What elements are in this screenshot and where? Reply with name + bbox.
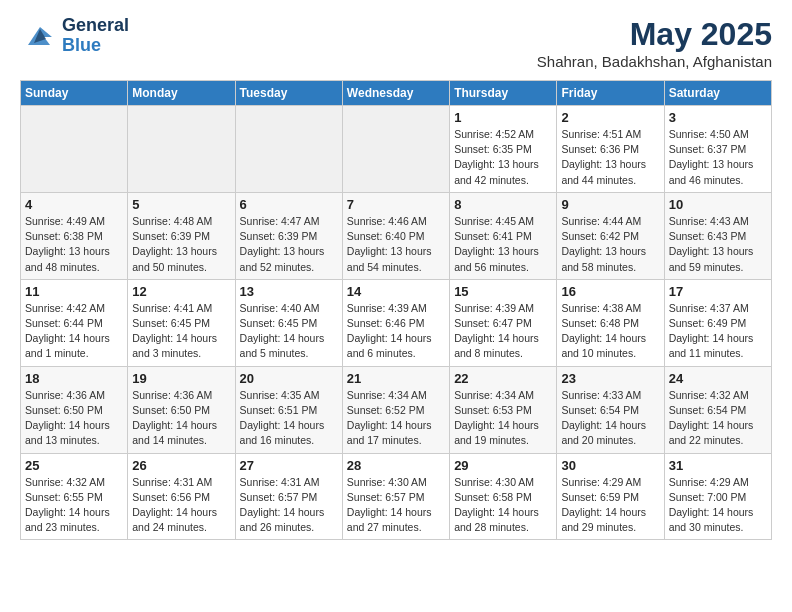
logo-general-text: General	[62, 16, 129, 36]
day-info: Sunrise: 4:30 AM Sunset: 6:57 PM Dayligh…	[347, 475, 445, 536]
calendar-cell: 29Sunrise: 4:30 AM Sunset: 6:58 PM Dayli…	[450, 453, 557, 540]
calendar-cell: 19Sunrise: 4:36 AM Sunset: 6:50 PM Dayli…	[128, 366, 235, 453]
logo-text-block: General Blue	[62, 16, 129, 56]
calendar-cell	[235, 106, 342, 193]
logo-blue-text: Blue	[62, 36, 129, 56]
day-number: 26	[132, 458, 230, 473]
day-info: Sunrise: 4:42 AM Sunset: 6:44 PM Dayligh…	[25, 301, 123, 362]
day-info: Sunrise: 4:51 AM Sunset: 6:36 PM Dayligh…	[561, 127, 659, 188]
month-title: May 2025	[537, 16, 772, 53]
day-header-friday: Friday	[557, 81, 664, 106]
day-number: 15	[454, 284, 552, 299]
day-info: Sunrise: 4:44 AM Sunset: 6:42 PM Dayligh…	[561, 214, 659, 275]
day-number: 31	[669, 458, 767, 473]
calendar-cell: 23Sunrise: 4:33 AM Sunset: 6:54 PM Dayli…	[557, 366, 664, 453]
calendar-cell: 7Sunrise: 4:46 AM Sunset: 6:40 PM Daylig…	[342, 192, 449, 279]
day-info: Sunrise: 4:38 AM Sunset: 6:48 PM Dayligh…	[561, 301, 659, 362]
calendar-cell: 8Sunrise: 4:45 AM Sunset: 6:41 PM Daylig…	[450, 192, 557, 279]
title-block: May 2025 Shahran, Badakhshan, Afghanista…	[537, 16, 772, 70]
day-info: Sunrise: 4:32 AM Sunset: 6:55 PM Dayligh…	[25, 475, 123, 536]
calendar-cell: 26Sunrise: 4:31 AM Sunset: 6:56 PM Dayli…	[128, 453, 235, 540]
day-header-wednesday: Wednesday	[342, 81, 449, 106]
day-header-saturday: Saturday	[664, 81, 771, 106]
day-number: 16	[561, 284, 659, 299]
day-number: 1	[454, 110, 552, 125]
day-info: Sunrise: 4:31 AM Sunset: 6:57 PM Dayligh…	[240, 475, 338, 536]
calendar-cell: 24Sunrise: 4:32 AM Sunset: 6:54 PM Dayli…	[664, 366, 771, 453]
day-info: Sunrise: 4:36 AM Sunset: 6:50 PM Dayligh…	[132, 388, 230, 449]
calendar-cell: 18Sunrise: 4:36 AM Sunset: 6:50 PM Dayli…	[21, 366, 128, 453]
day-number: 8	[454, 197, 552, 212]
day-number: 18	[25, 371, 123, 386]
day-number: 22	[454, 371, 552, 386]
day-number: 25	[25, 458, 123, 473]
calendar-cell: 1Sunrise: 4:52 AM Sunset: 6:35 PM Daylig…	[450, 106, 557, 193]
calendar-cell: 21Sunrise: 4:34 AM Sunset: 6:52 PM Dayli…	[342, 366, 449, 453]
calendar-cell: 27Sunrise: 4:31 AM Sunset: 6:57 PM Dayli…	[235, 453, 342, 540]
calendar-week-1: 1Sunrise: 4:52 AM Sunset: 6:35 PM Daylig…	[21, 106, 772, 193]
calendar-cell: 5Sunrise: 4:48 AM Sunset: 6:39 PM Daylig…	[128, 192, 235, 279]
day-number: 7	[347, 197, 445, 212]
calendar-cell: 16Sunrise: 4:38 AM Sunset: 6:48 PM Dayli…	[557, 279, 664, 366]
calendar-cell: 15Sunrise: 4:39 AM Sunset: 6:47 PM Dayli…	[450, 279, 557, 366]
day-info: Sunrise: 4:37 AM Sunset: 6:49 PM Dayligh…	[669, 301, 767, 362]
calendar-cell	[21, 106, 128, 193]
day-info: Sunrise: 4:34 AM Sunset: 6:53 PM Dayligh…	[454, 388, 552, 449]
day-header-thursday: Thursday	[450, 81, 557, 106]
day-number: 13	[240, 284, 338, 299]
day-info: Sunrise: 4:31 AM Sunset: 6:56 PM Dayligh…	[132, 475, 230, 536]
day-info: Sunrise: 4:48 AM Sunset: 6:39 PM Dayligh…	[132, 214, 230, 275]
calendar-table: SundayMondayTuesdayWednesdayThursdayFrid…	[20, 80, 772, 540]
day-info: Sunrise: 4:50 AM Sunset: 6:37 PM Dayligh…	[669, 127, 767, 188]
day-number: 27	[240, 458, 338, 473]
day-info: Sunrise: 4:36 AM Sunset: 6:50 PM Dayligh…	[25, 388, 123, 449]
day-info: Sunrise: 4:29 AM Sunset: 7:00 PM Dayligh…	[669, 475, 767, 536]
day-info: Sunrise: 4:35 AM Sunset: 6:51 PM Dayligh…	[240, 388, 338, 449]
day-number: 28	[347, 458, 445, 473]
calendar-header: SundayMondayTuesdayWednesdayThursdayFrid…	[21, 81, 772, 106]
day-info: Sunrise: 4:43 AM Sunset: 6:43 PM Dayligh…	[669, 214, 767, 275]
day-number: 30	[561, 458, 659, 473]
day-number: 14	[347, 284, 445, 299]
calendar-cell: 22Sunrise: 4:34 AM Sunset: 6:53 PM Dayli…	[450, 366, 557, 453]
calendar-cell	[128, 106, 235, 193]
page-header: General Blue May 2025 Shahran, Badakhsha…	[20, 16, 772, 70]
calendar-cell: 4Sunrise: 4:49 AM Sunset: 6:38 PM Daylig…	[21, 192, 128, 279]
day-info: Sunrise: 4:34 AM Sunset: 6:52 PM Dayligh…	[347, 388, 445, 449]
calendar-cell: 13Sunrise: 4:40 AM Sunset: 6:45 PM Dayli…	[235, 279, 342, 366]
day-info: Sunrise: 4:39 AM Sunset: 6:47 PM Dayligh…	[454, 301, 552, 362]
calendar-cell: 28Sunrise: 4:30 AM Sunset: 6:57 PM Dayli…	[342, 453, 449, 540]
calendar-cell: 10Sunrise: 4:43 AM Sunset: 6:43 PM Dayli…	[664, 192, 771, 279]
calendar-cell: 9Sunrise: 4:44 AM Sunset: 6:42 PM Daylig…	[557, 192, 664, 279]
day-info: Sunrise: 4:45 AM Sunset: 6:41 PM Dayligh…	[454, 214, 552, 275]
location-text: Shahran, Badakhshan, Afghanistan	[537, 53, 772, 70]
calendar-cell: 20Sunrise: 4:35 AM Sunset: 6:51 PM Dayli…	[235, 366, 342, 453]
day-number: 23	[561, 371, 659, 386]
day-number: 10	[669, 197, 767, 212]
calendar-week-4: 18Sunrise: 4:36 AM Sunset: 6:50 PM Dayli…	[21, 366, 772, 453]
calendar-cell: 3Sunrise: 4:50 AM Sunset: 6:37 PM Daylig…	[664, 106, 771, 193]
day-number: 21	[347, 371, 445, 386]
day-number: 11	[25, 284, 123, 299]
day-header-sunday: Sunday	[21, 81, 128, 106]
calendar-cell: 30Sunrise: 4:29 AM Sunset: 6:59 PM Dayli…	[557, 453, 664, 540]
calendar-cell: 17Sunrise: 4:37 AM Sunset: 6:49 PM Dayli…	[664, 279, 771, 366]
day-info: Sunrise: 4:52 AM Sunset: 6:35 PM Dayligh…	[454, 127, 552, 188]
calendar-week-3: 11Sunrise: 4:42 AM Sunset: 6:44 PM Dayli…	[21, 279, 772, 366]
calendar-week-2: 4Sunrise: 4:49 AM Sunset: 6:38 PM Daylig…	[21, 192, 772, 279]
day-number: 20	[240, 371, 338, 386]
calendar-cell	[342, 106, 449, 193]
calendar-cell: 11Sunrise: 4:42 AM Sunset: 6:44 PM Dayli…	[21, 279, 128, 366]
day-number: 2	[561, 110, 659, 125]
day-header-monday: Monday	[128, 81, 235, 106]
day-number: 6	[240, 197, 338, 212]
day-number: 29	[454, 458, 552, 473]
calendar-week-5: 25Sunrise: 4:32 AM Sunset: 6:55 PM Dayli…	[21, 453, 772, 540]
day-info: Sunrise: 4:32 AM Sunset: 6:54 PM Dayligh…	[669, 388, 767, 449]
day-number: 5	[132, 197, 230, 212]
day-number: 12	[132, 284, 230, 299]
calendar-cell: 12Sunrise: 4:41 AM Sunset: 6:45 PM Dayli…	[128, 279, 235, 366]
day-header-tuesday: Tuesday	[235, 81, 342, 106]
day-number: 4	[25, 197, 123, 212]
calendar-cell: 2Sunrise: 4:51 AM Sunset: 6:36 PM Daylig…	[557, 106, 664, 193]
